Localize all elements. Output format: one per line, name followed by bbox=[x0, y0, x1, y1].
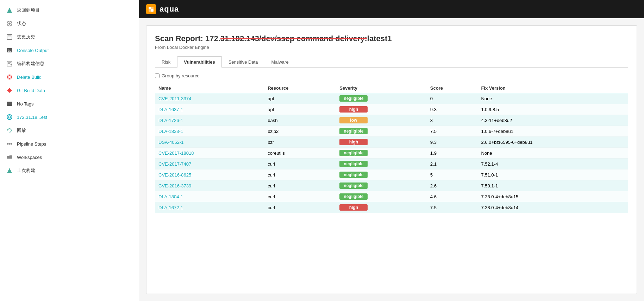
vuln-score-cell: 0 bbox=[427, 93, 478, 104]
vuln-name-cell[interactable]: DLA-1804-1 bbox=[155, 191, 264, 202]
col-header-fix-version: Fix Version bbox=[477, 83, 628, 93]
vuln-name-cell[interactable]: DLA-1637-1 bbox=[155, 104, 264, 115]
col-header-severity: Severity bbox=[336, 83, 427, 93]
vuln-severity-cell: negligible bbox=[336, 180, 427, 191]
svg-rect-17 bbox=[7, 102, 12, 106]
vuln-severity-cell: negligible bbox=[336, 126, 427, 137]
vuln-name-link[interactable]: CVE-2017-18018 bbox=[158, 150, 194, 156]
sidebar-item-git-build-data[interactable]: Git Build Data bbox=[0, 84, 139, 97]
severity-badge: negligible bbox=[339, 193, 368, 200]
severity-badge: negligible bbox=[339, 161, 368, 167]
svg-marker-27 bbox=[7, 168, 12, 173]
sidebar-item-status[interactable]: 状态 bbox=[0, 17, 139, 30]
svg-point-24 bbox=[11, 143, 12, 145]
vuln-fix-version-cell: 1.0.9.8.5 bbox=[477, 104, 628, 115]
vuln-name-cell[interactable]: CVE-2011-3374 bbox=[155, 93, 264, 104]
vuln-name-cell[interactable]: DLA-1672-1 bbox=[155, 202, 264, 213]
vuln-resource-cell: coreutils bbox=[264, 148, 336, 159]
sidebar-icon-edit-build-info bbox=[6, 60, 13, 68]
table-header: NameResourceSeverityScoreFix Version bbox=[155, 83, 628, 93]
severity-badge: negligible bbox=[339, 128, 368, 134]
vuln-fix-version-cell: 7.50.1-1 bbox=[477, 180, 628, 191]
vuln-name-link[interactable]: DLA-1672-1 bbox=[158, 205, 183, 210]
sidebar-item-delete-build[interactable]: Delete Build bbox=[0, 70, 139, 84]
sidebar-item-edit-build-info[interactable]: 编辑构建信息 bbox=[0, 57, 139, 70]
sidebar-item-console-output[interactable]: Console Output bbox=[0, 44, 139, 57]
vuln-score-cell: 7.5 bbox=[427, 126, 478, 137]
vuln-name-link[interactable]: CVE-2017-7407 bbox=[158, 161, 191, 167]
sidebar-item-change-history[interactable]: 变更历史 bbox=[0, 30, 139, 44]
table-row: DLA-1726-1bashlow34.3-11+deb8u2 bbox=[155, 115, 628, 126]
vuln-name-link[interactable]: DLA-1833-1 bbox=[158, 129, 183, 134]
vuln-resource-cell: apt bbox=[264, 93, 336, 104]
vuln-fix-version-cell: 4.3-11+deb8u2 bbox=[477, 115, 628, 126]
topbar: aqua bbox=[139, 0, 644, 18]
vuln-name-link[interactable]: CVE-2016-3739 bbox=[158, 183, 191, 188]
vuln-name-cell[interactable]: CVE-2017-18018 bbox=[155, 148, 264, 159]
vuln-name-cell[interactable]: CVE-2017-7407 bbox=[155, 159, 264, 169]
sidebar-label-back-to-project: 返回到项目 bbox=[17, 7, 40, 13]
svg-point-23 bbox=[9, 143, 11, 145]
sidebar-item-back-to-project[interactable]: 返回到项目 bbox=[0, 4, 139, 17]
sidebar-label-last-build: 上次构建 bbox=[17, 167, 35, 174]
vuln-fix-version-cell: 7.51.0-1 bbox=[477, 169, 628, 180]
table-row: CVE-2017-18018coreutilsnegligible1.9None bbox=[155, 148, 628, 159]
vuln-name-cell[interactable]: CVE-2016-8625 bbox=[155, 169, 264, 180]
report-subtitle: From Local Docker Engine bbox=[155, 45, 628, 50]
sidebar-item-no-tags[interactable]: No Tags bbox=[0, 97, 139, 110]
tab-vulnerabilities[interactable]: Vulnerabilities bbox=[177, 56, 221, 68]
table-row: DLA-1637-1apthigh9.31.0.9.8.5 bbox=[155, 104, 628, 115]
vuln-name-cell[interactable]: DLA-1833-1 bbox=[155, 126, 264, 137]
vuln-name-link[interactable]: DLA-1726-1 bbox=[158, 118, 183, 123]
svg-marker-16 bbox=[7, 88, 12, 93]
table-row: DSA-4052-1bzrhigh9.32.6.0+bzr6595-6+deb8… bbox=[155, 137, 628, 148]
logo-text: aqua bbox=[160, 5, 179, 14]
vuln-resource-cell: curl bbox=[264, 169, 336, 180]
sidebar-item-workspaces[interactable]: Workspaces bbox=[0, 150, 139, 164]
svg-point-2 bbox=[8, 23, 11, 25]
sidebar-item-rollback[interactable]: 回放 bbox=[0, 124, 139, 137]
sidebar: 返回到项目状态变更历史Console Output编辑构建信息Delete Bu… bbox=[0, 0, 139, 301]
sidebar-label-workspaces: Workspaces bbox=[17, 155, 42, 160]
vuln-score-cell: 2.1 bbox=[427, 159, 478, 169]
vuln-resource-cell: bash bbox=[264, 115, 336, 126]
sidebar-item-ip-link[interactable]: 172.31.18...est bbox=[0, 110, 139, 124]
sidebar-item-pipeline-steps[interactable]: Pipeline Steps bbox=[0, 137, 139, 150]
main-content: aqua Scan Report: 172.31.182.143/dev/ssc… bbox=[139, 0, 644, 301]
vulnerabilities-table: NameResourceSeverityScoreFix Version CVE… bbox=[155, 83, 628, 213]
report-title-suffix: latest1 bbox=[367, 34, 392, 43]
svg-marker-12 bbox=[10, 64, 12, 66]
vuln-name-cell[interactable]: DSA-4052-1 bbox=[155, 137, 264, 148]
col-header-resource: Resource bbox=[264, 83, 336, 93]
svg-rect-28 bbox=[149, 7, 151, 9]
vuln-score-cell: 5 bbox=[427, 169, 478, 180]
vuln-name-link[interactable]: CVE-2011-3374 bbox=[158, 96, 191, 101]
sidebar-icon-ip-link bbox=[6, 113, 13, 121]
severity-badge: high bbox=[339, 204, 368, 211]
content-area: Scan Report: 172.31.182.143/dev/sscp com… bbox=[139, 18, 644, 301]
vuln-name-cell[interactable]: DLA-1726-1 bbox=[155, 115, 264, 126]
group-by-resource-label: Group by resource bbox=[162, 73, 200, 78]
vuln-score-cell: 2.6 bbox=[427, 180, 478, 191]
vuln-name-link[interactable]: DLA-1637-1 bbox=[158, 107, 183, 112]
tab-malware[interactable]: Malware bbox=[265, 56, 295, 68]
report-title-redacted: 31.182.143/dev/sscp command delivery: bbox=[220, 34, 367, 43]
tab-sensitive-data[interactable]: Sensitive Data bbox=[222, 56, 265, 68]
sidebar-item-last-build[interactable]: 上次构建 bbox=[0, 164, 139, 177]
vuln-score-cell: 9.3 bbox=[427, 104, 478, 115]
vuln-name-link[interactable]: DSA-4052-1 bbox=[158, 140, 184, 145]
vuln-fix-version-cell: 2.6.0+bzr6595-6+deb8u1 bbox=[477, 137, 628, 148]
sidebar-label-delete-build: Delete Build bbox=[17, 75, 42, 80]
sidebar-label-ip-link: 172.31.18...est bbox=[17, 115, 47, 120]
vuln-name-link[interactable]: DLA-1804-1 bbox=[158, 194, 183, 199]
tab-risk[interactable]: Risk bbox=[155, 56, 177, 68]
vuln-severity-cell: low bbox=[336, 115, 427, 126]
sidebar-label-rollback: 回放 bbox=[17, 127, 26, 134]
svg-marker-0 bbox=[7, 8, 12, 13]
group-by-resource-checkbox[interactable] bbox=[155, 73, 160, 78]
vuln-name-cell[interactable]: CVE-2016-3739 bbox=[155, 180, 264, 191]
report-title-prefix: Scan Report: 172. bbox=[155, 34, 220, 43]
severity-badge: negligible bbox=[339, 95, 368, 102]
sidebar-icon-no-tags bbox=[6, 100, 13, 108]
vuln-name-link[interactable]: CVE-2016-8625 bbox=[158, 172, 191, 178]
